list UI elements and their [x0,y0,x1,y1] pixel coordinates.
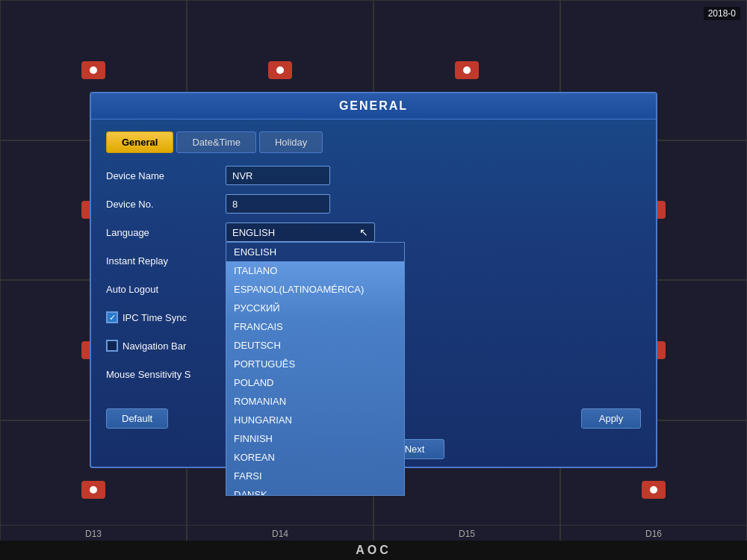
device-name-input[interactable] [226,166,330,185]
modal-overlay: GENERAL General Date&Time Holiday Device… [0,0,747,560]
lang-option-english[interactable]: ENGLISH [226,243,404,261]
lang-option-portugues[interactable]: PORTUGUÊS [226,355,404,373]
lang-option-espanol-latin[interactable]: ESPANOL(LATINOAMÉRICA) [226,280,404,299]
lang-option-finnish[interactable]: FINNISH [226,429,404,448]
language-row: Language ENGLISH ENGLISH ITALIANO ESPANO… [106,222,641,243]
ipc-time-sync-text: IPC Time Sync [123,312,187,323]
general-dialog: GENERAL General Date&Time Holiday Device… [90,92,657,468]
tab-datetime[interactable]: Date&Time [176,131,256,153]
lang-option-francais[interactable]: FRANCAIS [226,317,404,336]
lang-option-russian[interactable]: РУССКИЙ [226,299,404,317]
ipc-time-sync-label: IPC Time Sync [106,311,226,323]
lang-option-hungarian[interactable]: HUNGARIAN [226,411,404,429]
dialog-body: General Date&Time Holiday Device Name De… [91,119,656,401]
default-button[interactable]: Default [106,408,168,429]
tab-general[interactable]: General [106,131,173,153]
device-no-input[interactable] [226,194,330,214]
auto-logout-label: Auto Logout [106,284,226,295]
language-dropdown-container: ENGLISH ENGLISH ITALIANO ESPANOL(LATINOA… [226,223,375,242]
tab-holiday[interactable]: Holiday [259,131,323,153]
lang-option-deutsch[interactable]: DEUTSCH [226,336,404,355]
lang-option-romanian[interactable]: ROMANIAN [226,392,404,411]
navigation-bar-label: Navigation Bar [106,340,226,352]
language-dropdown-trigger[interactable]: ENGLISH [226,223,375,242]
device-name-label: Device Name [106,170,226,181]
lang-option-italiano[interactable]: ITALIANO [226,261,404,280]
cursor-icon [356,226,368,238]
mouse-sensitivity-label: Mouse Sensitivity S [106,369,226,380]
device-no-row: Device No. [106,193,641,214]
navigation-bar-text: Navigation Bar [123,340,186,352]
lang-option-korean[interactable]: KOREAN [226,448,404,467]
language-dropdown-list[interactable]: ENGLISH ITALIANO ESPANOL(LATINOAMÉRICA) … [226,242,405,496]
lang-option-dansk[interactable]: DANSK [226,485,404,496]
lang-option-poland[interactable]: POLAND [226,373,404,392]
device-no-label: Device No. [106,199,226,210]
navigation-bar-checkbox[interactable] [106,340,118,352]
device-name-row: Device Name [106,165,641,186]
language-label: Language [106,227,226,238]
language-selected-value: ENGLISH [232,227,275,238]
tab-bar: General Date&Time Holiday [106,131,641,153]
dialog-title: GENERAL [91,93,656,119]
apply-button[interactable]: Apply [581,408,641,429]
instant-replay-label: Instant Replay [106,255,226,267]
lang-option-farsi[interactable]: FARSI [226,467,404,485]
ipc-time-sync-checkbox[interactable] [106,311,118,323]
